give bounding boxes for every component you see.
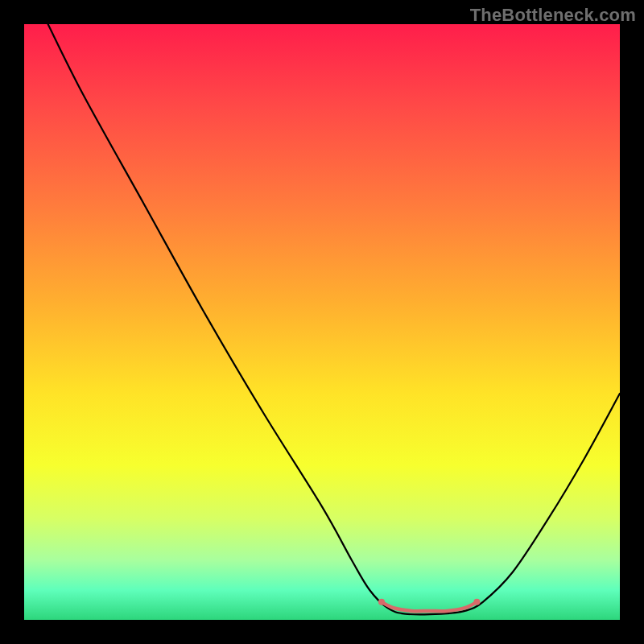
chart-svg [24,24,620,620]
series-valley-marker-dot [473,599,480,605]
chart-container: TheBottleneck.com [0,0,644,644]
series-valley-marker-dot [378,599,385,605]
plot-area [24,24,620,620]
chart-background [24,24,620,620]
watermark-text: TheBottleneck.com [470,5,636,26]
